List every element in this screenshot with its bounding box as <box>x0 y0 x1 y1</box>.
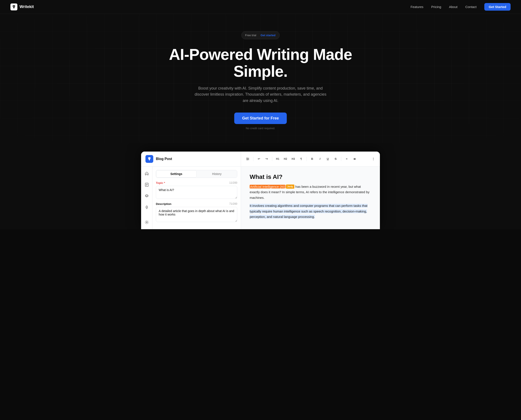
nav-links: Features Pricing About Contact Get Start… <box>411 3 511 11</box>
home-icon <box>145 172 149 175</box>
topic-count: 11/200 <box>229 181 237 184</box>
svg-point-5 <box>247 159 248 160</box>
sliders-icon <box>246 157 249 161</box>
app-window: Blog Post ↩ ↪ H1 H <box>141 151 380 229</box>
toolbar-more[interactable]: ⋮ <box>370 156 376 162</box>
sidebar-rocket-btn[interactable] <box>143 204 150 211</box>
svg-point-3 <box>247 158 248 158</box>
toolbar-list-ul[interactable]: ≡ <box>343 156 350 162</box>
app-header: Blog Post ↩ ↪ H1 H <box>141 151 380 166</box>
highlight-sentence: It involves creating algorithms and comp… <box>250 204 367 218</box>
logo-icon <box>10 3 17 10</box>
topic-field: Topic * 11/200 <box>156 181 237 199</box>
tab-history[interactable]: History <box>197 170 237 178</box>
hero-cta-button[interactable]: Get Started for Free <box>234 112 287 124</box>
toolbar-sep-4 <box>341 157 341 161</box>
editor-paragraph-2: It involves creating algorithms and comp… <box>250 203 371 220</box>
editor-paragraph-1: Artificial Intelligence (AI)Jordy has be… <box>250 184 371 201</box>
description-count: 71/200 <box>229 202 237 205</box>
toolbar-bold[interactable]: B <box>309 156 315 162</box>
editor-title: What is AI? <box>250 173 371 180</box>
toolbar-list-ol[interactable]: ≣ <box>351 156 358 162</box>
sidebar-inner: Settings History Topic * 11/200 <box>141 166 241 229</box>
badge-text: Free trial <box>245 34 256 37</box>
app-logo-icon <box>145 155 153 163</box>
hero-note: No credit card required. <box>246 127 275 130</box>
editor-tooltip: Jordy <box>286 185 294 189</box>
toolbar-strikethrough[interactable]: S <box>332 156 339 162</box>
app-preview-wrapper: Blog Post ↩ ↪ H1 H <box>0 143 521 229</box>
document-icon <box>145 183 149 187</box>
tab-settings[interactable]: Settings <box>156 170 197 178</box>
app-title: Blog Post <box>156 157 172 161</box>
highlight-ai-term: Artificial Intelligence (AI) <box>250 185 286 188</box>
toolbar-sep-2 <box>272 157 272 161</box>
toolbar-settings-btn[interactable] <box>244 156 251 162</box>
nav-features[interactable]: Features <box>411 5 423 9</box>
svg-point-10 <box>146 207 147 208</box>
sidebar-document-btn[interactable] <box>143 181 150 188</box>
hero-section: Free trial Get started AI-Powered Writin… <box>0 14 521 143</box>
hero-badge: Free trial Get started <box>241 31 280 39</box>
toolbar-italic[interactable]: I <box>317 156 323 162</box>
description-label-row: Description 71/200 <box>156 202 237 206</box>
toolbar-h1[interactable]: H1 <box>274 156 281 162</box>
description-label: Description <box>156 202 171 206</box>
toolbar-h3[interactable]: H3 <box>290 156 296 162</box>
description-field: Description 71/200 <box>156 202 237 222</box>
nav-cta-button[interactable]: Get Started <box>484 3 511 11</box>
hero-subtitle: Boost your creativity with AI. Simplify … <box>193 85 328 104</box>
logo: Writekit <box>10 3 34 10</box>
toolbar-paragraph[interactable]: ¶ <box>298 156 304 162</box>
topic-label: Topic * <box>156 181 165 185</box>
sidebar-icons <box>141 166 152 229</box>
topic-label-row: Topic * 11/200 <box>156 181 237 185</box>
toolbar-undo[interactable]: ↩ <box>256 156 262 162</box>
navbar: Writekit Features Pricing About Contact … <box>0 0 521 14</box>
sidebar-home-btn[interactable] <box>143 170 150 177</box>
logo-text: Writekit <box>20 5 34 9</box>
sidebar-header: Blog Post <box>141 151 241 166</box>
app-body: Settings History Topic * 11/200 <box>141 166 380 229</box>
nav-about[interactable]: About <box>449 5 457 9</box>
nav-pricing[interactable]: Pricing <box>431 5 441 9</box>
tab-group: Settings History <box>156 170 237 178</box>
badge-link[interactable]: Get started <box>258 33 278 38</box>
toolbar-sep-1 <box>253 157 253 161</box>
app-sidebar: Settings History Topic * 11/200 <box>141 166 241 229</box>
app-logo-svg <box>147 157 152 161</box>
description-input[interactable] <box>156 207 237 222</box>
sidebar-layers-btn[interactable] <box>143 193 150 200</box>
svg-point-4 <box>248 158 249 159</box>
topic-input[interactable] <box>156 186 237 199</box>
svg-point-11 <box>146 222 147 223</box>
sidebar-settings-btn[interactable] <box>143 219 150 226</box>
editor-toolbar: ↩ ↪ H1 H2 H3 ¶ B I U S ≡ ≣ ⋮ <box>241 153 380 165</box>
hero-title: AI-Powered Writing Made Simple. <box>163 46 358 80</box>
rocket-icon <box>145 205 149 209</box>
sidebar-form: Settings History Topic * 11/200 <box>152 166 241 229</box>
toolbar-underline[interactable]: U <box>325 156 331 162</box>
editor-area: What is AI? Artificial Intelligence (AI)… <box>241 166 380 229</box>
logo-svg <box>12 5 16 9</box>
gear-icon <box>145 220 149 224</box>
nav-contact[interactable]: Contact <box>465 5 476 9</box>
toolbar-redo[interactable]: ↪ <box>263 156 270 162</box>
toolbar-h2[interactable]: H2 <box>282 156 289 162</box>
layers-icon <box>145 194 149 198</box>
